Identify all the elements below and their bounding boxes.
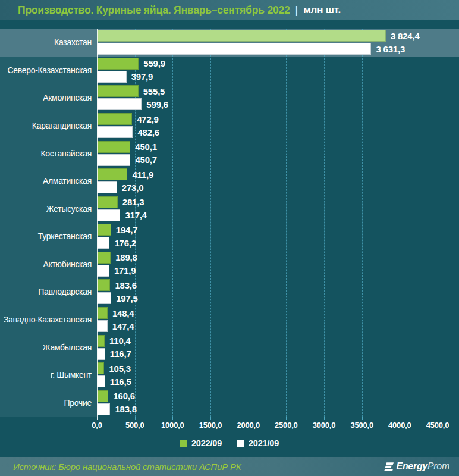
bar-2021 xyxy=(97,348,105,360)
axis-tick xyxy=(172,416,173,420)
bar-line: 183,8 xyxy=(97,403,459,415)
bar-value-label: 472,9 xyxy=(137,114,159,124)
chart-row: Карагандинская472,9482,6 xyxy=(0,112,459,140)
chart-row: Туркестанская194,7176,2 xyxy=(0,223,459,250)
x-axis-tick-label: 4500,0 xyxy=(413,421,459,430)
axis-tick xyxy=(400,416,400,420)
logo-text-bold: Energy xyxy=(397,461,427,472)
category-bars: 472,9482,6 xyxy=(97,112,459,140)
bar-2022 xyxy=(97,30,386,42)
bar-line: 482,6 xyxy=(97,126,459,138)
bar-2021 xyxy=(97,265,109,277)
category-bars: 105,3116,5 xyxy=(97,361,459,389)
legend-label-2021: 2021/09 xyxy=(249,439,279,448)
bar-2022 xyxy=(97,224,111,236)
category-bars: 281,3317,4 xyxy=(97,195,459,223)
bar-line: 450,7 xyxy=(97,154,459,166)
bar-2022 xyxy=(97,390,108,402)
bar-line: 160,6 xyxy=(97,390,459,402)
bar-2021 xyxy=(97,126,133,138)
chart-row: Жетысуская281,3317,4 xyxy=(0,195,459,223)
source-text: Источник: Бюро национальной статистики А… xyxy=(13,462,241,472)
bar-line: 189,8 xyxy=(97,252,459,264)
category-bars: 555,5599,6 xyxy=(97,84,459,112)
category-label: Акмолинская xyxy=(0,84,97,112)
chart-legend: 2022/09 2021/09 xyxy=(0,439,459,448)
bar-line: 555,5 xyxy=(97,85,459,97)
bar-value-label: 189,8 xyxy=(115,252,137,262)
bar-value-label: 559,9 xyxy=(143,58,165,68)
legend-item-2021: 2021/09 xyxy=(237,439,279,448)
bar-2021 xyxy=(97,181,117,193)
bar-line: 599,6 xyxy=(97,98,459,110)
bar-value-label: 450,7 xyxy=(135,155,157,165)
bar-line: 116,7 xyxy=(97,348,459,360)
bar-2021 xyxy=(97,98,142,110)
logo-text-light: Prom xyxy=(427,461,449,472)
axis-tick xyxy=(438,416,438,420)
bar-2021 xyxy=(97,71,127,83)
bar-line: 183,6 xyxy=(97,279,459,291)
category-label: Жетысуская xyxy=(0,195,97,223)
bar-line: 105,3 xyxy=(97,362,459,374)
bar-2022 xyxy=(97,307,108,319)
chart-footer: Источник: Бюро национальной статистики А… xyxy=(0,457,459,476)
bar-value-label: 148,4 xyxy=(112,308,134,318)
bar-line: 194,7 xyxy=(97,224,459,236)
bar-value-label: 482,6 xyxy=(137,127,159,137)
chart-header: Производство. Куриные яйца. Январь–сентя… xyxy=(0,0,459,20)
bar-2022 xyxy=(97,196,118,208)
category-label: Туркестанская xyxy=(0,223,97,250)
bar-value-label: 147,4 xyxy=(112,321,134,331)
legend-item-2022: 2022/09 xyxy=(180,439,222,448)
axis-tick xyxy=(249,416,249,420)
category-bars: 450,1450,7 xyxy=(97,139,459,167)
bar-line: 273,0 xyxy=(97,181,459,193)
legend-swatch-2021-icon xyxy=(237,440,244,447)
chart-row: Жамбылская110,4116,7 xyxy=(0,333,459,361)
category-label: Западно-Казахстанская xyxy=(0,306,97,334)
infographic-root: Производство. Куриные яйца. Январь–сентя… xyxy=(0,0,459,476)
category-label: Жамбылская xyxy=(0,333,97,361)
axis-tick xyxy=(135,416,136,420)
category-bars: 148,4147,4 xyxy=(97,306,459,334)
axis-tick xyxy=(286,416,287,420)
category-label: г. Шымкент xyxy=(0,361,97,389)
axis-tick xyxy=(324,416,325,420)
category-bars: 160,6183,8 xyxy=(97,389,459,417)
bar-line: 171,9 xyxy=(97,265,459,277)
bar-2022 xyxy=(97,168,127,180)
bar-chart: Казахстан3 824,43 631,3Северо-Казахстанс… xyxy=(0,29,459,416)
category-label: Костанайская xyxy=(0,139,97,167)
category-bars: 411,9273,0 xyxy=(97,167,459,195)
bar-line: 148,4 xyxy=(97,307,459,319)
bar-2021 xyxy=(97,403,110,415)
bar-line: 559,9 xyxy=(97,58,459,70)
bar-line: 3 631,3 xyxy=(97,43,459,55)
bar-value-label: 171,9 xyxy=(114,265,136,275)
bar-2021 xyxy=(97,292,111,304)
y-axis-line xyxy=(97,29,98,420)
bar-line: 176,2 xyxy=(97,237,459,249)
chart-row: Актюбинская189,8171,9 xyxy=(0,250,459,278)
bar-value-label: 555,5 xyxy=(143,86,165,96)
bar-line: 411,9 xyxy=(97,168,459,180)
bar-2021 xyxy=(97,237,109,249)
category-bars: 3 824,43 631,3 xyxy=(97,29,459,57)
bar-value-label: 3 824,4 xyxy=(391,31,420,41)
energyprom-logo: EnergyProm xyxy=(383,461,449,472)
title-unit: млн шт. xyxy=(303,4,341,16)
category-label: Прочие xyxy=(0,389,97,417)
bar-value-label: 281,3 xyxy=(122,197,144,207)
chart-row: Костанайская450,1450,7 xyxy=(0,139,459,167)
chart-row: Акмолинская555,5599,6 xyxy=(0,84,459,112)
bar-value-label: 273,0 xyxy=(122,183,144,193)
bar-value-label: 160,6 xyxy=(113,391,135,401)
bar-line: 147,4 xyxy=(97,320,459,332)
bar-2022 xyxy=(97,141,130,153)
chart-row: г. Шымкент105,3116,5 xyxy=(0,361,459,389)
bar-value-label: 3 631,3 xyxy=(376,44,405,54)
bar-2022 xyxy=(97,58,139,70)
bar-2022 xyxy=(97,85,139,97)
chart-row: Павлодарская183,6197,5 xyxy=(0,278,459,306)
